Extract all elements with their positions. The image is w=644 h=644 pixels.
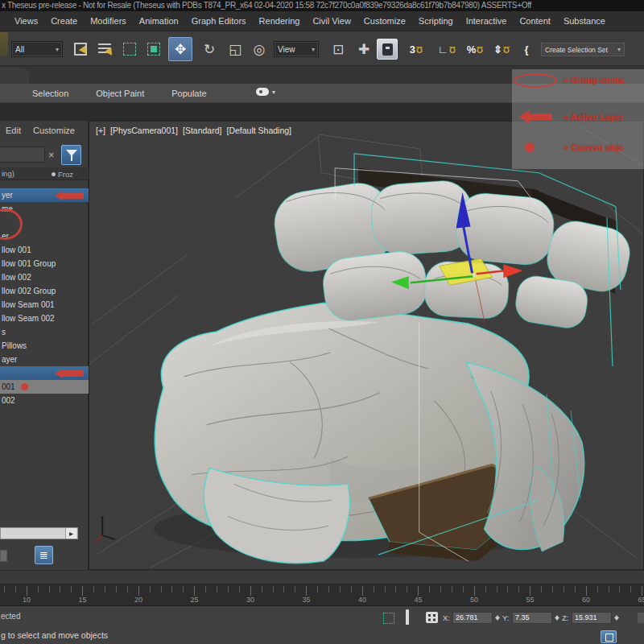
explorer-menu-customize[interactable]: Customize <box>33 126 75 135</box>
menu-item-views[interactable]: Views <box>8 16 44 26</box>
layer-row-llow-001-group[interactable]: llow 001 Group <box>0 257 89 270</box>
red-arrow-annotation <box>63 192 84 199</box>
main-toolbar: All ▾ ✥ ↻ ◱ ◎ View ▾ ⊡ ✚ 3Ω ∟Ω %Ω ⇕Ω { <box>0 32 644 66</box>
percent-snap-button[interactable]: %Ω <box>462 38 488 60</box>
layer-row-label: s <box>2 328 6 336</box>
timeline-tick-55: 55 <box>526 596 534 604</box>
horizontal-scrollbar[interactable]: ▸ <box>0 527 78 539</box>
legend-icon <box>512 106 564 127</box>
menu-item-customize[interactable]: Customize <box>357 16 412 26</box>
ribbon-tab-selection[interactable]: Selection <box>32 89 68 98</box>
explorer-menu-edit[interactable]: Edit <box>6 126 21 135</box>
explorer-search-input[interactable] <box>0 147 45 163</box>
viewport-pov-menu[interactable]: [PhysCamera001] <box>110 126 178 135</box>
legend-icon <box>512 69 564 90</box>
layer-row-llow-001[interactable]: llow 001 <box>0 243 89 257</box>
menu-item-content[interactable]: Content <box>513 16 557 26</box>
explorer-menu: Edit Customize <box>0 126 89 140</box>
window-crossing-button[interactable] <box>142 38 165 60</box>
y-spinner[interactable] <box>554 612 560 624</box>
status-bar: ected g to select and move objects X: 26… <box>0 606 644 644</box>
magnet-icon: Ω <box>503 45 510 54</box>
viewport-shading-menu[interactable]: [Default Shading] <box>226 126 291 135</box>
viewport-scene[interactable] <box>89 122 643 569</box>
menu-item-graph-editors[interactable]: Graph Editors <box>185 16 253 26</box>
viewport[interactable]: [+] [PhysCamera001] [Standard] [Default … <box>89 121 644 570</box>
z-coordinate-field[interactable]: 15.931 <box>572 612 612 624</box>
snaps-toggle-button[interactable]: 3Ω <box>402 38 430 60</box>
timeline-tick-60: 60 <box>582 596 590 604</box>
select-and-place-button[interactable]: ◎ <box>248 38 270 60</box>
timeline-tick-30: 30 <box>246 596 254 604</box>
reference-coordinate-dropdown[interactable]: View ▾ <box>274 41 319 57</box>
menu-item-create[interactable]: Create <box>44 16 84 26</box>
select-and-manipulate-button[interactable]: ✚ <box>353 38 375 60</box>
scroll-right-arrow-icon[interactable]: ▸ <box>65 528 76 539</box>
chevron-down-icon: ▾ <box>56 46 59 53</box>
layer-row-llow-seam-002[interactable]: llow Seam 002 <box>0 312 89 325</box>
partial-button[interactable] <box>0 550 7 562</box>
layer-row-001[interactable]: 001 <box>0 380 89 394</box>
angle-snap-button[interactable]: ∟Ω <box>433 38 460 60</box>
window-crossing-icon <box>147 43 160 56</box>
column-header-frozen[interactable]: Froz <box>52 167 73 180</box>
ribbon-tab-populate[interactable]: Populate <box>171 89 206 98</box>
rectangular-selection-region-button[interactable] <box>118 38 141 60</box>
create-selection-set-dropdown[interactable]: Create Selection Set ▾ <box>541 43 625 56</box>
select-and-move-button[interactable]: ✥ <box>168 37 192 61</box>
timeline-tick-25: 25 <box>190 596 198 604</box>
selection-filter-dropdown[interactable]: All ▾ <box>11 41 63 57</box>
menu-item-modifiers[interactable]: Modifiers <box>84 16 133 26</box>
legend-icon <box>512 137 564 158</box>
viewport-standard-menu[interactable]: [Standard] <box>183 126 221 135</box>
ribbon-tab-object-paint[interactable]: Object Paint <box>96 89 144 98</box>
select-and-rotate-button[interactable]: ↻ <box>198 38 221 60</box>
z-label: Z: <box>562 613 568 622</box>
clear-search-icon[interactable]: × <box>48 147 55 163</box>
menu-item-civil-view[interactable]: Civil View <box>306 16 357 26</box>
selection-region-dots-icon[interactable] <box>383 613 394 624</box>
layer-row-2[interactable] <box>0 216 89 229</box>
select-by-name-icon <box>98 43 111 55</box>
keyboard-icon <box>382 43 393 56</box>
use-pivot-center-button[interactable]: ⊡ <box>327 38 349 60</box>
spinner-snap-button[interactable]: ⇕Ω <box>489 38 514 60</box>
menu-item-rendering[interactable]: Rendering <box>253 16 307 26</box>
edit-named-selection-sets-button[interactable]: { <box>515 38 538 60</box>
layer-row-ayer[interactable]: ayer <box>0 353 89 366</box>
layer-row-llow-seam-001[interactable]: llow Seam 001 <box>0 298 89 312</box>
select-object-button[interactable] <box>69 38 92 60</box>
z-spinner[interactable] <box>613 612 620 624</box>
menu-item-animation[interactable]: Animation <box>133 16 185 26</box>
menu-item-substance[interactable]: Substance <box>557 16 612 26</box>
layer-row-llow-002[interactable]: llow 002 <box>0 270 89 284</box>
layer-row-pillows[interactable]: Pillows <box>0 339 89 353</box>
explorer-display-button[interactable]: ≣ <box>35 546 53 564</box>
x-spinner[interactable] <box>494 612 501 624</box>
toolbar-edge-fragment <box>0 32 8 56</box>
track-bar[interactable] <box>0 570 644 584</box>
absolute-mode-icon[interactable] <box>426 612 438 623</box>
explorer-column-headers: ing) Froz <box>0 167 89 180</box>
timeline-ruler[interactable]: 101520253035404550556065 <box>0 584 644 606</box>
menu-item-scripting[interactable]: Scripting <box>412 16 460 26</box>
lock-selection-icon[interactable] <box>406 611 417 625</box>
select-by-name-button[interactable] <box>93 38 116 60</box>
layer-row-llow-002-group[interactable]: llow 002 Group <box>0 284 89 298</box>
filter-icon[interactable] <box>61 145 81 165</box>
layer-row-s[interactable]: s <box>0 325 89 339</box>
ribbon-flyout-button[interactable]: ▾ <box>256 88 275 96</box>
viewport-general-menu[interactable]: [+] <box>96 126 105 135</box>
layer-row-002[interactable]: 002 <box>0 394 89 407</box>
x-label: X: <box>443 613 450 622</box>
select-object-icon <box>74 43 87 56</box>
column-header-name[interactable]: ing) <box>2 167 14 180</box>
keyboard-shortcut-override-button[interactable] <box>377 39 398 60</box>
y-coordinate-field[interactable]: 7.35 <box>512 612 552 624</box>
menu-item-interactive[interactable]: Interactive <box>460 16 514 26</box>
layer-row-yer[interactable]: yer <box>0 188 89 202</box>
select-and-scale-button[interactable]: ◱ <box>224 38 246 60</box>
isolate-toggle-icon[interactable] <box>601 630 617 643</box>
x-coordinate-field[interactable]: 26.781 <box>452 612 493 624</box>
layer-row-13[interactable] <box>0 366 89 380</box>
